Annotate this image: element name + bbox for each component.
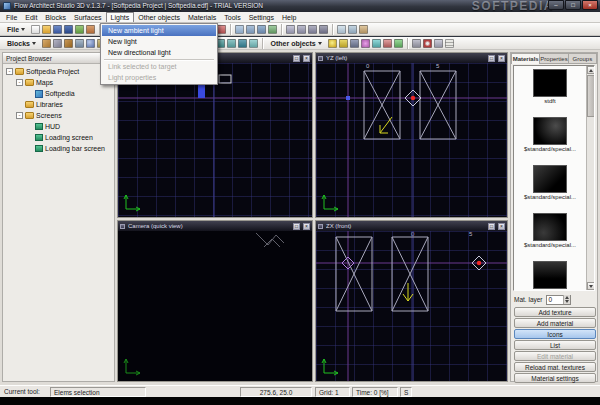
zoom-in-icon[interactable] xyxy=(235,25,244,34)
split-surface-icon[interactable] xyxy=(238,39,247,48)
view-front-icon[interactable] xyxy=(297,25,306,34)
viewport-close-button[interactable]: × xyxy=(303,223,310,230)
spinner-down-icon[interactable] xyxy=(565,300,569,303)
tree-item-maps[interactable]: - Maps xyxy=(3,77,114,88)
texture-list-scrollbar[interactable] xyxy=(586,66,594,290)
other-objects-toolbar-dropdown[interactable]: Other objects xyxy=(267,38,326,49)
tree-item-loading-screen[interactable]: Loading screen xyxy=(3,132,114,143)
close-button[interactable]: × xyxy=(582,0,598,10)
menu-settings[interactable]: Settings xyxy=(245,12,278,22)
zoom-extents-icon[interactable] xyxy=(257,25,266,34)
sphere-block-icon[interactable] xyxy=(86,39,95,48)
trigger-icon[interactable] xyxy=(383,39,392,48)
flip-surface-icon[interactable] xyxy=(249,39,258,48)
minimize-button[interactable]: – xyxy=(548,0,564,10)
tree-item-softpedia-map[interactable]: Softpedia xyxy=(3,88,114,99)
cube-block-icon[interactable] xyxy=(42,39,51,48)
spinner-up-icon[interactable] xyxy=(565,296,569,299)
menu-item-new-ambient-light[interactable]: New ambient light xyxy=(102,25,216,36)
textured-mode-icon[interactable] xyxy=(359,25,368,34)
viewport-canvas[interactable]: 0 5 xyxy=(316,63,507,217)
menu-file[interactable]: File xyxy=(2,12,21,22)
save-all-icon[interactable] xyxy=(64,25,73,34)
view-top-icon[interactable] xyxy=(286,25,295,34)
collapse-icon[interactable]: - xyxy=(6,68,13,75)
solid-mode-icon[interactable] xyxy=(348,25,357,34)
icons-view-button[interactable]: Icons xyxy=(514,329,596,339)
collapse-icon[interactable]: - xyxy=(16,112,23,119)
list-view-button[interactable]: List xyxy=(514,340,596,350)
menu-other-objects[interactable]: Other objects xyxy=(134,12,184,22)
blocks-toolbar-dropdown[interactable]: Blocks xyxy=(3,38,40,49)
add-material-button[interactable]: Add material xyxy=(514,318,596,328)
tree-item-loading-bar-screen[interactable]: Loading bar screen xyxy=(3,143,114,154)
texture-item[interactable]: stdft xyxy=(514,69,586,114)
texture-item[interactable]: $standard/special... xyxy=(514,117,586,162)
new-file-icon[interactable] xyxy=(31,25,40,34)
viewport-maximize-button[interactable]: □ xyxy=(488,55,495,62)
viewport-maximize-button[interactable]: □ xyxy=(293,55,300,62)
light-point-marker[interactable] xyxy=(346,96,350,100)
viewport-close-button[interactable]: × xyxy=(303,55,310,62)
export-icon[interactable] xyxy=(86,25,95,34)
view-side-icon[interactable] xyxy=(308,25,317,34)
import-icon[interactable] xyxy=(75,25,84,34)
menu-blocks[interactable]: Blocks xyxy=(41,12,70,22)
zoom-out-icon[interactable] xyxy=(246,25,255,34)
viewport-maximize-button[interactable]: □ xyxy=(293,223,300,230)
scroll-up-button[interactable] xyxy=(587,66,595,74)
add-texture-button[interactable]: Add texture xyxy=(514,307,596,317)
menu-materials[interactable]: Materials xyxy=(184,12,220,22)
selected-block[interactable] xyxy=(198,85,205,98)
viewport-canvas[interactable]: 0 5 xyxy=(316,231,507,381)
cylinder-block-icon[interactable] xyxy=(75,39,84,48)
scene-camera-icon[interactable] xyxy=(350,39,359,48)
viewport-title-bar[interactable]: ZX (front) □ × xyxy=(316,221,507,231)
block-outline[interactable] xyxy=(219,75,231,83)
spotlight-icon[interactable] xyxy=(339,39,348,48)
file-toolbar-dropdown[interactable]: File xyxy=(3,24,29,35)
light-direction-marker[interactable] xyxy=(380,117,392,133)
view-perspective-icon[interactable] xyxy=(319,25,328,34)
title-bar[interactable]: Flow Architect Studio 3D v.1.3.7 - [Soft… xyxy=(0,0,600,12)
scroll-down-button[interactable] xyxy=(587,282,595,290)
viewport-close-button[interactable]: × xyxy=(498,55,505,62)
reload-mat-textures-button[interactable]: Reload mat. textures xyxy=(514,362,596,372)
wireframe-object[interactable] xyxy=(420,71,456,139)
menu-help[interactable]: Help xyxy=(278,12,300,22)
wireframe-object[interactable] xyxy=(392,237,428,311)
object-list-icon[interactable] xyxy=(445,39,454,48)
new-light-icon[interactable] xyxy=(328,39,337,48)
save-icon[interactable] xyxy=(53,25,62,34)
particle-icon[interactable] xyxy=(361,39,370,48)
mat-layer-spinner[interactable]: 0 xyxy=(546,295,571,305)
open-file-icon[interactable] xyxy=(42,25,51,34)
wireframe-object[interactable] xyxy=(364,71,400,139)
scrollbar-thumb[interactable] xyxy=(587,75,595,117)
tree-item-hud[interactable]: HUD xyxy=(3,121,114,132)
texture-item[interactable]: $standard/special... xyxy=(514,261,586,291)
collapse-icon[interactable]: - xyxy=(16,79,23,86)
target-icon[interactable] xyxy=(423,39,432,48)
menu-tools[interactable]: Tools xyxy=(220,12,244,22)
texture-item[interactable]: $standard/special... xyxy=(514,213,586,258)
viewport-maximize-button[interactable]: □ xyxy=(488,223,495,230)
refresh-view-icon[interactable] xyxy=(268,25,277,34)
viewport-canvas[interactable] xyxy=(118,63,312,217)
link-objects-icon[interactable] xyxy=(412,39,421,48)
menu-surfaces[interactable]: Surfaces xyxy=(70,12,106,22)
menu-item-new-directional-light[interactable]: New directional light xyxy=(102,47,216,58)
tree-item-softpedia-project[interactable]: - Softpedia Project xyxy=(3,66,114,77)
sound-icon[interactable] xyxy=(372,39,381,48)
viewport-close-button[interactable]: × xyxy=(498,223,505,230)
tree-item-screens[interactable]: - Screens xyxy=(3,110,114,121)
object-properties-icon[interactable] xyxy=(434,39,443,48)
wireframe-mode-icon[interactable] xyxy=(337,25,346,34)
wireframe-block-icon[interactable] xyxy=(53,39,62,48)
tab-groups[interactable]: Groups xyxy=(569,53,597,64)
edit-surface-icon[interactable] xyxy=(227,39,236,48)
viewport-title-bar[interactable]: YZ (left) □ × xyxy=(316,53,507,63)
tree-item-libraries[interactable]: Libraries xyxy=(3,99,114,110)
tab-materials[interactable]: Materials xyxy=(511,53,540,64)
viewport-title-bar[interactable]: Camera (quick view) □ × xyxy=(118,221,312,231)
